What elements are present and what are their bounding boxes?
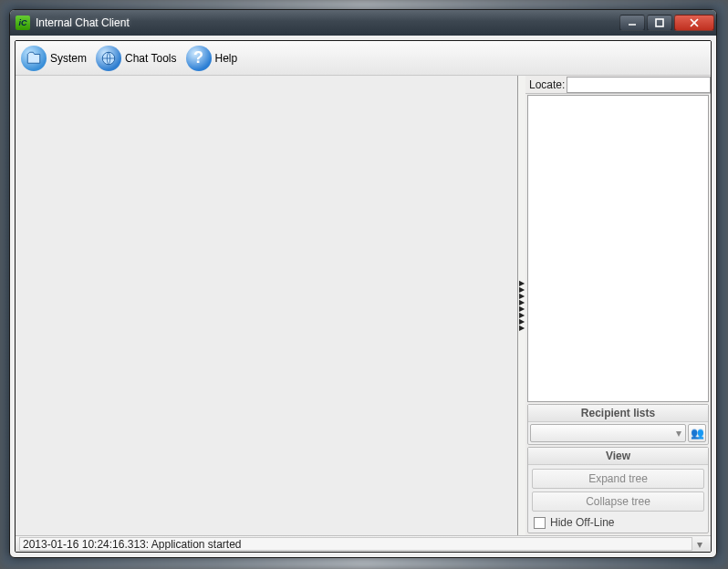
hide-offline-label: Hide Off-Line [550,516,614,529]
maximize-button[interactable] [647,15,672,31]
collapse-tree-button[interactable]: Collapse tree [532,491,704,512]
contact-tree[interactable] [527,95,709,402]
main-pane [16,76,518,535]
chat-tools-menu-label: Chat Tools [125,52,176,65]
view-section: View Expand tree Collapse tree Hide Off-… [527,447,709,533]
body-area: ▶▶▶▶▶▶▶▶ Locate: Recipient lists ▾ 👥 Vie… [16,76,711,535]
globe-icon [96,46,121,71]
users-icon: 👥 [691,427,704,440]
folder-icon [21,46,47,71]
status-text: 2013-01-16 10:24:16.313: Application sta… [19,537,692,551]
window-title: Internal Chat Client [36,16,618,29]
side-pane: Locate: Recipient lists ▾ 👥 View Expand … [525,76,711,535]
recipient-lists-heading: Recipient lists [528,405,708,422]
recipient-list-add-button[interactable]: 👥 [688,424,706,442]
hide-offline-checkbox[interactable] [534,517,546,529]
locate-label: Locate: [525,78,567,91]
chevron-right-icon: ▶ [519,325,525,331]
locate-row: Locate: [525,76,711,94]
expand-tree-button[interactable]: Expand tree [532,469,704,489]
titlebar[interactable]: iC Internal Chat Client [10,10,716,36]
toolbar: System Chat Tools ? Help [16,41,711,76]
statusbar: 2013-01-16 10:24:16.313: Application sta… [16,535,711,552]
help-menu[interactable]: ? Help [184,44,245,73]
help-icon: ? [186,46,212,71]
close-button[interactable] [674,15,714,31]
recipient-lists-section: Recipient lists ▾ 👥 [527,404,709,445]
app-window: iC Internal Chat Client System Chat Tool… [9,9,717,558]
recipient-list-dropdown[interactable]: ▾ [530,424,686,442]
view-heading: View [528,448,708,465]
system-menu-label: System [50,52,87,65]
svg-rect-1 [656,19,663,26]
minimize-button[interactable] [619,15,645,31]
hide-offline-row[interactable]: Hide Off-Line [532,514,704,529]
status-dropdown-button[interactable]: ▾ [692,538,707,551]
help-menu-label: Help [215,52,238,65]
locate-input[interactable] [567,77,711,93]
client-area: System Chat Tools ? Help ▶▶▶▶▶▶▶▶ Locate… [15,40,712,553]
chat-tools-menu[interactable]: Chat Tools [94,44,183,73]
system-menu[interactable]: System [19,44,94,73]
chevron-down-icon: ▾ [676,427,681,440]
app-icon: iC [16,16,30,30]
splitter-handle[interactable]: ▶▶▶▶▶▶▶▶ [518,76,525,535]
